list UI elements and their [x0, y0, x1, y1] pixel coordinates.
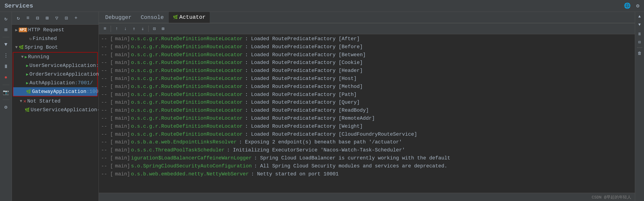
- spring-boot-section[interactable]: ▼ 🌿 Spring Boot: [12, 43, 98, 52]
- log-logger: o.s.c.g.r.RouteDefinitionRouteLocator: [131, 91, 243, 98]
- rp-btn4[interactable]: ⊡: [636, 38, 643, 46]
- log-prefix: -- [: [101, 75, 113, 82]
- log-logger: o.s.c.g.r.RouteDefinitionRouteLocator: [131, 36, 243, 43]
- user-service-item[interactable]: ▶ UserServiceApplication :8001/: [13, 61, 97, 70]
- gateway-app-item[interactable]: 🌿 GatewayApplication :10001/: [13, 87, 97, 96]
- layout-btn[interactable]: ⋮: [1, 51, 10, 60]
- finished-item[interactable]: ↻ Finished: [12, 34, 98, 43]
- tt-btn-down2[interactable]: ⇓: [139, 25, 146, 33]
- globe-icon[interactable]: 🌐: [624, 2, 631, 9]
- console-line: -- [main]o.s.s.c.ThreadPoolTaskScheduler…: [99, 146, 635, 154]
- stop-btn[interactable]: ●: [1, 73, 10, 82]
- log-thread: main]: [115, 147, 130, 154]
- log-thread: main]: [115, 171, 130, 178]
- log-prefix: -- [: [101, 83, 113, 90]
- rp-btn-down[interactable]: ▼: [636, 21, 643, 28]
- toolbar-align-btn[interactable]: ≡: [24, 14, 32, 22]
- console-line: -- [main]o.s.c.g.r.RouteDefinitionRouteL…: [99, 51, 635, 59]
- debugger-label: Debugger: [105, 14, 132, 20]
- toolbar-refresh-btn[interactable]: ↻: [14, 14, 22, 22]
- console-line: -- [main]o.s.c.g.r.RouteDefinitionRouteL…: [99, 83, 635, 91]
- log-thread: main]: [115, 91, 130, 98]
- tab-bar: Debugger Console 🌿 Actuator: [99, 12, 635, 23]
- console-line: -- [main]iguration$LoadBalancerCaffeineW…: [99, 154, 635, 162]
- console-line: -- [main]o.s.b.a.e.web.EndpointLinksReso…: [99, 138, 635, 146]
- order-service-item[interactable]: ▶ OrderServiceApplication :9001/: [13, 70, 97, 79]
- auth-app-port: :7001/: [75, 80, 93, 86]
- tab-actuator[interactable]: 🌿 Actuator: [169, 12, 210, 23]
- log-logger: o.s.b.a.e.web.EndpointLinksResolver: [131, 139, 237, 146]
- filter-btn[interactable]: ▼: [1, 40, 10, 49]
- log-logger: iguration$LoadBalancerCaffeineWarnLogger: [131, 155, 252, 162]
- content-panel: Debugger Console 🌿 Actuator ≡ ↑ ↓ ⇑ ⇓ ⊡ …: [99, 12, 635, 201]
- rp-btn3[interactable]: ≣: [636, 30, 643, 37]
- toolbar-filter-btn[interactable]: ▽: [52, 14, 61, 22]
- running-play-icon: ▶: [25, 54, 27, 59]
- tt-btn-up2[interactable]: ⇑: [130, 25, 138, 33]
- user-service-8002-item[interactable]: 🌿 UserServiceApplication-8002: [12, 106, 98, 114]
- log-thread: main]: [115, 36, 130, 43]
- log-logger: o.s.c.g.r.RouteDefinitionRouteLocator: [131, 75, 243, 82]
- log-prefix: -- [: [101, 163, 113, 170]
- log-logger: o.s.c.g.r.RouteDefinitionRouteLocator: [131, 52, 243, 59]
- log-prefix: -- [: [101, 123, 113, 130]
- actuator-label: Actuator: [179, 14, 206, 20]
- toolbar-layout-btn[interactable]: ⊡: [62, 14, 70, 22]
- console-area[interactable]: -- [main]o.s.c.g.r.RouteDefinitionRouteL…: [99, 34, 635, 193]
- log-thread: main]: [115, 131, 130, 138]
- http-request-label: HTTP Request: [28, 27, 64, 33]
- sep2: [148, 25, 149, 32]
- divider2: [2, 85, 10, 85]
- log-message: : Loaded RoutePredicateFactory [RemoteAd…: [245, 115, 375, 122]
- not-started-header[interactable]: ▼ ✕ Not Started: [12, 97, 98, 106]
- main-layout: ↻ ⊞ ▼ ⋮ ⏸ ● 📷 ⚙ ↻ ≡ ⊟ ⊞ ▽ ⊡ + ▶ API HTTP: [0, 12, 644, 201]
- log-logger: o.s.c.g.r.RouteDefinitionRouteLocator: [131, 67, 243, 74]
- log-logger: o.s.c.g.r.RouteDefinitionRouteLocator: [131, 99, 243, 106]
- log-prefix: -- [: [101, 155, 113, 162]
- tt-btn-grid[interactable]: ⊞: [159, 25, 167, 33]
- toolbar-add-btn[interactable]: +: [72, 14, 80, 22]
- not-started-label: Not Started: [27, 98, 60, 104]
- log-thread: main]: [115, 59, 130, 66]
- settings-btn[interactable]: ⚙: [1, 103, 10, 112]
- running-label: Running: [28, 54, 49, 60]
- console-line: -- [main]o.s.c.g.r.RouteDefinitionRouteL…: [99, 35, 635, 43]
- rp-btn5[interactable]: 🗑: [636, 50, 643, 57]
- tt-btn-up1[interactable]: ↑: [113, 25, 120, 33]
- log-logger: o.s.c.g.r.RouteDefinitionRouteLocator: [131, 107, 243, 114]
- tt-btn-copy[interactable]: ⊡: [150, 25, 158, 33]
- bottom-bar: CSDN @早起的年轻人: [99, 193, 635, 201]
- running-group-box: ▼ ▶ Running ▶ UserServiceApplication :80…: [13, 52, 98, 96]
- auth-app-item[interactable]: ▶ AuthApplication :7001/: [13, 79, 97, 87]
- toolbar-group-btn[interactable]: ⊞: [43, 14, 51, 22]
- log-message: : All Spring Cloud Security modules and …: [254, 163, 447, 170]
- toolbar-collapse-btn[interactable]: ⊟: [34, 14, 42, 22]
- camera-btn[interactable]: 📷: [1, 88, 10, 97]
- pause-btn[interactable]: ⏸: [1, 62, 10, 71]
- actuator-icon: 🌿: [173, 15, 178, 20]
- log-message: : Loaded RoutePredicateFactory [Query]: [245, 99, 360, 106]
- log-prefix: -- [: [101, 147, 113, 154]
- log-prefix: -- [: [101, 139, 113, 146]
- tab-console[interactable]: Console: [136, 12, 168, 23]
- log-message: : Loaded RoutePredicateFactory [CloudFou…: [245, 131, 417, 138]
- align-btn[interactable]: ⊞: [1, 25, 10, 34]
- log-prefix: -- [: [101, 44, 113, 51]
- refresh-icon-btn[interactable]: ↻: [1, 14, 10, 23]
- rp-btn-up[interactable]: ▲: [636, 13, 643, 20]
- log-message: : Loaded RoutePredicateFactory [After]: [245, 36, 360, 43]
- log-thread: main]: [115, 155, 130, 162]
- log-logger: o.s.c.g.r.RouteDefinitionRouteLocator: [131, 123, 243, 130]
- console-line: -- [main]o.s.c.g.r.RouteDefinitionRouteL…: [99, 43, 635, 51]
- running-header[interactable]: ▼ ▶ Running: [13, 52, 97, 61]
- tab-debugger[interactable]: Debugger: [101, 12, 136, 23]
- log-message: : Exposing 2 endpoint(s) beneath base pa…: [239, 139, 402, 146]
- console-line: -- [main]o.s.c.g.r.RouteDefinitionRouteL…: [99, 91, 635, 99]
- http-request-section[interactable]: ▶ API HTTP Request: [12, 25, 98, 34]
- sep1: [111, 25, 111, 32]
- log-message: : Spring Cloud LoadBalancer is currently…: [254, 155, 450, 162]
- tt-btn-down1[interactable]: ↓: [122, 25, 129, 33]
- tt-btn1[interactable]: ≡: [101, 25, 109, 33]
- console-line: -- [main]o.s.c.g.r.RouteDefinitionRouteL…: [99, 115, 635, 123]
- gear-icon[interactable]: ⚙: [636, 2, 640, 9]
